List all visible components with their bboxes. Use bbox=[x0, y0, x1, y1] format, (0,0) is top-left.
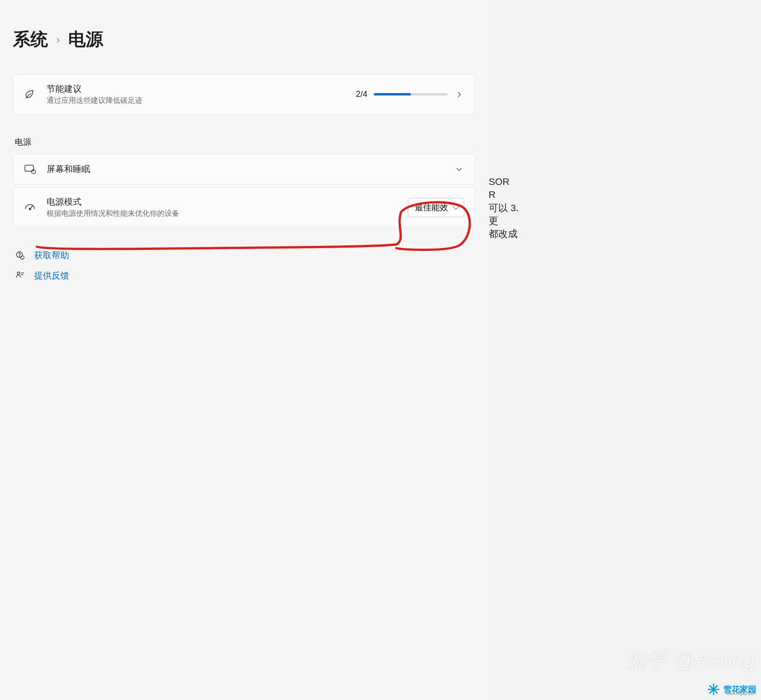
watermark-url: www.xhjaty.com bbox=[726, 691, 755, 696]
svg-point-2 bbox=[29, 208, 30, 209]
leaf-icon bbox=[24, 88, 36, 101]
settings-page: 系统 › 电源 节能建议 通过应用这些建议降低碳足迹 2/4 电源 bbox=[0, 0, 489, 700]
site-watermark: 雪花家园 www.xhjaty.com bbox=[707, 682, 756, 696]
card-title: 屏幕和睡眠 bbox=[47, 163, 444, 175]
breadcrumb-parent[interactable]: 系统 bbox=[13, 28, 48, 51]
chevron-right-icon: › bbox=[56, 33, 60, 46]
card-subtitle: 根据电源使用情况和性能来优化你的设备 bbox=[47, 209, 398, 219]
card-body: 节能建议 通过应用这些建议降低碳足迹 bbox=[47, 83, 346, 106]
power-mode-dropdown[interactable]: 最佳能效 bbox=[408, 198, 464, 217]
svg-point-4 bbox=[19, 256, 20, 256]
section-label-power: 电源 bbox=[15, 136, 475, 148]
snowflake-icon bbox=[707, 682, 720, 696]
energy-recommendations-card[interactable]: 节能建议 通过应用这些建议降低碳足迹 2/4 bbox=[13, 74, 475, 114]
zhihu-watermark: 知乎 @Asong bbox=[627, 647, 755, 674]
svg-point-6 bbox=[18, 272, 20, 275]
help-links: 获取帮助 提供反馈 bbox=[13, 249, 475, 282]
chevron-down-icon bbox=[454, 164, 464, 174]
power-mode-card: 电源模式 根据电源使用情况和性能来优化你的设备 最佳能效 bbox=[13, 187, 475, 227]
card-title: 节能建议 bbox=[47, 83, 346, 95]
svg-point-7 bbox=[713, 688, 715, 691]
link-label: 获取帮助 bbox=[34, 249, 69, 261]
breadcrumb-current: 电源 bbox=[68, 28, 103, 51]
card-body: 屏幕和睡眠 bbox=[47, 163, 444, 175]
breadcrumb: 系统 › 电源 bbox=[13, 28, 475, 51]
card-subtitle: 通过应用这些建议降低碳足迹 bbox=[47, 96, 346, 106]
card-right: 2/4 bbox=[356, 89, 464, 100]
card-title: 电源模式 bbox=[47, 196, 398, 208]
card-body: 电源模式 根据电源使用情况和性能来优化你的设备 bbox=[47, 196, 398, 219]
screen-sleep-card[interactable]: 屏幕和睡眠 bbox=[13, 154, 475, 184]
screen-icon bbox=[24, 163, 36, 176]
gauge-icon bbox=[24, 201, 36, 214]
get-help-link[interactable]: 获取帮助 bbox=[15, 249, 475, 261]
chevron-right-icon bbox=[454, 89, 464, 100]
progress-label: 2/4 bbox=[356, 89, 367, 99]
feedback-icon bbox=[15, 270, 26, 281]
side-text-fragment: SOR R 可以 3.更 都改成 bbox=[489, 175, 521, 241]
progress-fill bbox=[374, 93, 411, 95]
help-icon bbox=[15, 250, 26, 261]
link-label: 提供反馈 bbox=[34, 270, 69, 282]
dropdown-value: 最佳能效 bbox=[415, 203, 448, 212]
feedback-link[interactable]: 提供反馈 bbox=[15, 270, 475, 282]
progress-bar bbox=[374, 93, 448, 95]
svg-point-5 bbox=[21, 256, 24, 259]
